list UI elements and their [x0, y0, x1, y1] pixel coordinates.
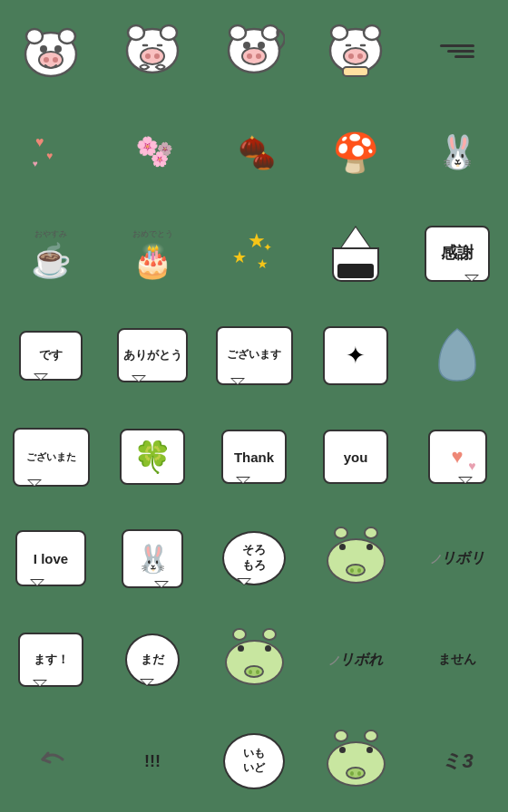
cell-gozaimasu[interactable]: ございます — [203, 304, 305, 406]
imoido-label: いもいど — [243, 747, 265, 775]
desu-label: です — [39, 348, 63, 363]
arigatou-label: ありがとう — [123, 348, 182, 363]
cell-ilove[interactable]: I love — [0, 508, 102, 609]
cell-pig4[interactable] — [305, 0, 406, 102]
gozaimasu-label: ございます — [227, 348, 281, 362]
svg-point-12 — [145, 53, 151, 59]
cell-arigatou[interactable]: ありがとう — [102, 304, 203, 406]
cell-arrow — [0, 710, 102, 812]
cell-imoido: いもいど — [203, 710, 305, 812]
heart-small-in-bubble: ♥ — [468, 459, 475, 473]
small-hearts: ♥ ♥ ♥ — [28, 130, 73, 175]
svg-point-22 — [243, 42, 250, 49]
cell-cup: おやすみ ☕ — [0, 203, 102, 304]
cell-exclaim: !!! — [102, 710, 203, 812]
svg-point-3 — [39, 52, 63, 68]
heart-in-bubble: ♥ — [451, 445, 463, 469]
exclamation-text: !!! — [144, 752, 161, 771]
svg-point-29 — [357, 53, 363, 59]
cell-pig3[interactable] — [203, 0, 305, 102]
coffee-cup-area: おやすみ ☕ — [31, 228, 72, 280]
svg-point-13 — [154, 53, 160, 59]
thank-label: Thank — [234, 450, 274, 465]
pig-tail-sticker — [213, 10, 295, 92]
clover-icon: 🍀 — [133, 439, 171, 475]
pig-praying-sticker — [112, 10, 193, 92]
cell-stars: ★ ★ ★ ✦ — [203, 203, 305, 304]
svg-point-5 — [53, 57, 58, 63]
svg-point-6 — [40, 45, 47, 53]
svg-point-20 — [247, 53, 252, 59]
svg-point-17 — [230, 25, 246, 40]
gozaimasu-speech-bubble: ございます — [216, 326, 293, 385]
cell-green-pig1 — [305, 508, 406, 609]
cell-blue-shape — [406, 304, 508, 406]
svg-point-28 — [348, 53, 354, 59]
cake-label: おめでとう — [132, 228, 173, 240]
cherry-blossoms: 🌸 🌸 🌸 — [125, 128, 180, 178]
cell-mi3: ミ3 — [406, 710, 508, 812]
svg-point-23 — [258, 42, 265, 49]
svg-point-21 — [256, 53, 261, 59]
cell-green-pig2 — [203, 609, 305, 710]
left-arrow-icon — [35, 746, 67, 777]
cell-thank[interactable]: Thank — [203, 406, 305, 508]
green-animal-face1 — [327, 533, 386, 584]
gozaimashita-speech-bubble: ございまた — [13, 428, 90, 487]
rabbit-speech-bubble: 🐰 — [122, 529, 183, 588]
cell-flowers: 🌸 🌸 🌸 — [102, 102, 203, 203]
gozaimashita-label: ございまた — [26, 450, 76, 463]
cell-hearts: ♥ ♥ ♥ — [0, 102, 102, 203]
blue-teardrop-shape — [435, 324, 480, 387]
cake-area: おめでとう 🎂 — [132, 228, 173, 280]
wind-lines — [440, 44, 474, 58]
masen-label: ません — [438, 652, 476, 668]
svg-point-18 — [262, 25, 278, 40]
svg-point-19 — [242, 48, 266, 64]
imoido-circle-bubble: いもいど — [223, 733, 285, 789]
mada-label: まだ — [141, 652, 164, 668]
cell-desu[interactable]: です — [0, 304, 102, 406]
masu-speech-bubble: ます！ — [18, 633, 83, 687]
svg-point-25 — [331, 25, 347, 40]
svg-point-4 — [44, 57, 49, 63]
sparkle-box-icon: ✦ — [323, 326, 388, 385]
running-rabbit-icon: 🐰 — [437, 133, 478, 171]
cell-you[interactable]: you — [305, 406, 406, 508]
cell-rabbit-box: 🐰 — [102, 508, 203, 609]
kansha-text: 感謝 — [441, 243, 474, 264]
kansha-speech-bubble: 感謝 — [425, 226, 490, 282]
cell-ribbon1: ノリボリ — [406, 508, 508, 609]
svg-point-10 — [161, 25, 177, 40]
cell-cake: おめでとう 🎂 — [102, 203, 203, 304]
cup-label: おやすみ — [34, 228, 67, 240]
cell-masen: ません — [406, 609, 508, 710]
cell-pig1[interactable] — [0, 0, 102, 102]
emoji-grid: ♥ ♥ ♥ 🌸 🌸 🌸 🌰 🌰 🍄 🐰 おやすみ ☕ おめでとう � — [0, 0, 508, 812]
svg-point-26 — [364, 25, 380, 40]
cell-clover: 🍀 — [102, 406, 203, 508]
cell-acorns: 🌰 🌰 — [203, 102, 305, 203]
ribbon-decoration-2: ノリボれ — [328, 651, 383, 670]
svg-point-7 — [54, 45, 62, 53]
cell-heart-bubble: ♥ ♥ — [406, 406, 508, 508]
pig-eating-sticker — [315, 10, 396, 92]
cell-mada[interactable]: まだ — [102, 609, 203, 710]
cell-pig2[interactable] — [102, 0, 203, 102]
cell-masu[interactable]: ます！ — [0, 609, 102, 710]
pig-normal-sticker — [10, 10, 92, 92]
green-animal-face3 — [327, 736, 386, 787]
heart-speech-bubble: ♥ ♥ — [428, 430, 487, 484]
soromoro-speech-bubble: そろもろ — [222, 531, 286, 585]
you-label: you — [344, 450, 368, 465]
thank-speech-bubble: Thank — [221, 430, 287, 484]
cell-green-pig3 — [305, 710, 406, 812]
ribbon-decoration-1: ノリボリ — [430, 549, 484, 568]
cup-icon: ☕ — [31, 242, 72, 280]
clover-box-icon: 🍀 — [120, 429, 185, 485]
cell-onigiri — [305, 203, 406, 304]
cell-kansha: 感謝 — [406, 203, 508, 304]
cell-gozaimashita[interactable]: ございまた — [0, 406, 102, 508]
cell-soromoro[interactable]: そろもろ — [203, 508, 305, 609]
svg-point-27 — [344, 48, 367, 64]
